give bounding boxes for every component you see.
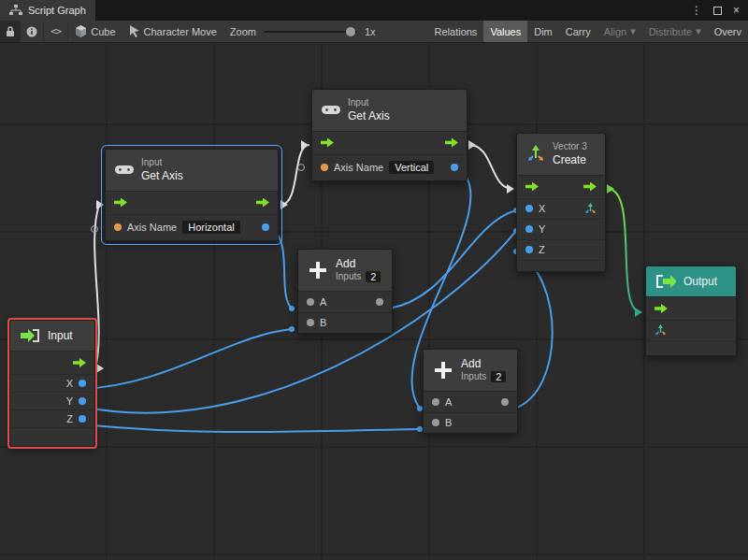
axis-name-port[interactable] xyxy=(321,164,328,171)
align-label: Align xyxy=(604,26,626,37)
node-input[interactable]: Input X Y Z xyxy=(9,320,95,447)
distribute-label: Distribute xyxy=(649,26,692,37)
plus-icon xyxy=(433,360,453,381)
vector3-out-port-icon[interactable] xyxy=(584,203,597,215)
port-triangle[interactable] xyxy=(507,184,514,194)
port-x-in[interactable] xyxy=(525,205,533,212)
sum-out-port[interactable] xyxy=(501,398,509,406)
zoom-label: Zoom xyxy=(230,26,256,37)
control-in-port[interactable] xyxy=(321,138,334,148)
values-label: Values xyxy=(490,26,521,37)
node-add-2[interactable]: Add Inputs 2 A B xyxy=(423,349,518,434)
control-out-port[interactable] xyxy=(445,138,458,148)
wire-getaxis-vertical-to-vector3[interactable] xyxy=(469,145,512,189)
inputs-value[interactable]: 2 xyxy=(491,371,506,382)
control-out-port[interactable] xyxy=(73,358,86,367)
maximize-icon[interactable] xyxy=(713,7,722,15)
wire-getaxis-horizontal-to-getaxis-vertical[interactable] xyxy=(280,145,309,205)
chevron-down-icon: ▾ xyxy=(696,25,701,37)
node-vector3-create[interactable]: Vector 3 Create X xyxy=(516,133,606,272)
sum-out-port[interactable] xyxy=(376,298,383,306)
port-y-out[interactable] xyxy=(79,397,86,405)
port-z-in[interactable] xyxy=(525,246,533,253)
control-out-port[interactable] xyxy=(583,182,597,192)
port-a-in[interactable] xyxy=(432,398,439,406)
control-in-port[interactable] xyxy=(654,304,668,313)
unity-visual-scripting-window: Script Graph ⋮ × <> xyxy=(0,0,748,560)
port-b-label: B xyxy=(320,317,326,328)
port-x-out[interactable] xyxy=(79,380,86,387)
port-triangle[interactable] xyxy=(635,308,642,317)
node-header[interactable]: Add Inputs 2 xyxy=(424,350,517,392)
vector3-in-port-icon[interactable] xyxy=(654,324,667,337)
port-triangle[interactable] xyxy=(96,200,104,209)
breadcrumb-cube[interactable]: Cube xyxy=(68,21,122,42)
code-preview-button[interactable]: <> xyxy=(44,21,67,42)
zoom-slider-knob[interactable] xyxy=(346,27,355,36)
node-header[interactable]: Output xyxy=(646,266,736,297)
port-triangle[interactable] xyxy=(468,140,476,150)
zoom-slider[interactable] xyxy=(264,31,357,33)
port-a-in[interactable] xyxy=(307,298,314,306)
code-icon: <> xyxy=(50,25,61,37)
port-triangle[interactable] xyxy=(607,184,614,194)
info-button[interactable] xyxy=(21,21,43,42)
port-y-in[interactable] xyxy=(525,225,533,233)
distribute-dropdown[interactable]: Distribute ▾ xyxy=(642,21,708,42)
wire-getaxis-horizontal-to-add1-a[interactable] xyxy=(271,229,292,309)
port-z-label: Z xyxy=(66,413,73,424)
values-button[interactable]: Values xyxy=(483,21,527,42)
control-in-port[interactable] xyxy=(114,198,127,208)
node-header[interactable]: Vector 3 Create xyxy=(517,134,605,176)
wire-input-x-to-add1-b[interactable] xyxy=(82,329,292,389)
node-header[interactable]: Input xyxy=(10,321,94,352)
control-out-port[interactable] xyxy=(256,198,269,208)
port-b-in[interactable] xyxy=(432,419,439,426)
node-add-1[interactable]: Add Inputs 2 A B xyxy=(297,249,393,334)
port-b-label: B xyxy=(445,417,452,428)
graph-canvas[interactable]: Input Get Axis Axis Name Vertical xyxy=(0,44,748,560)
align-dropdown[interactable]: Align ▾ xyxy=(597,21,642,42)
close-icon[interactable]: × xyxy=(733,4,740,17)
node-get-axis-horizontal[interactable]: Input Get Axis Axis Name Horizontal xyxy=(105,149,279,241)
node-title: Input xyxy=(48,329,73,343)
axis-name-value[interactable]: Vertical xyxy=(389,161,434,174)
node-header[interactable]: Add Inputs 2 xyxy=(298,250,392,292)
port-z-out[interactable] xyxy=(79,415,86,423)
lock-button[interactable] xyxy=(0,21,21,42)
node-title: Add xyxy=(461,357,506,371)
breadcrumb-character-move[interactable]: Character Move xyxy=(122,21,223,42)
port-b-in[interactable] xyxy=(307,319,314,326)
inputs-label: Inputs xyxy=(461,371,486,383)
wire-add2-to-vector3-z[interactable] xyxy=(514,251,553,409)
relations-button[interactable]: Relations xyxy=(428,21,484,42)
axis-name-value[interactable]: Horizontal xyxy=(182,221,240,234)
relations-label: Relations xyxy=(435,26,478,37)
node-output[interactable]: Output xyxy=(645,266,737,356)
axis-name-port[interactable] xyxy=(114,223,122,231)
unconnected-port-ring[interactable] xyxy=(298,165,305,171)
gamepad-icon xyxy=(322,104,340,116)
wire-vector3-to-output[interactable] xyxy=(608,189,641,312)
tab-script-graph[interactable]: Script Graph xyxy=(0,0,95,21)
inputs-value[interactable]: 2 xyxy=(366,271,381,282)
chevron-down-icon: ▾ xyxy=(630,25,636,37)
node-header[interactable]: Input Get Axis xyxy=(312,90,467,132)
carry-button[interactable]: Carry xyxy=(559,21,597,42)
wire-input-z-to-add2-b[interactable] xyxy=(82,424,420,432)
window-menu-icon[interactable]: ⋮ xyxy=(691,4,702,17)
node-get-axis-vertical[interactable]: Input Get Axis Axis Name Vertical xyxy=(311,89,468,181)
overview-button[interactable]: Overv xyxy=(708,21,748,42)
node-kind: Input xyxy=(348,97,390,109)
zoom-control: Zoom 1x xyxy=(223,21,382,42)
result-out-port[interactable] xyxy=(262,223,269,231)
control-in-port[interactable] xyxy=(525,182,539,192)
result-out-port[interactable] xyxy=(451,164,458,171)
port-triangle[interactable] xyxy=(301,140,309,150)
port-triangle[interactable] xyxy=(96,364,104,373)
node-header[interactable]: Input Get Axis xyxy=(106,150,278,192)
dim-button[interactable]: Dim xyxy=(527,21,559,42)
node-title: Create xyxy=(553,153,587,167)
plus-icon xyxy=(308,260,328,280)
node-kind: Input xyxy=(141,157,183,169)
